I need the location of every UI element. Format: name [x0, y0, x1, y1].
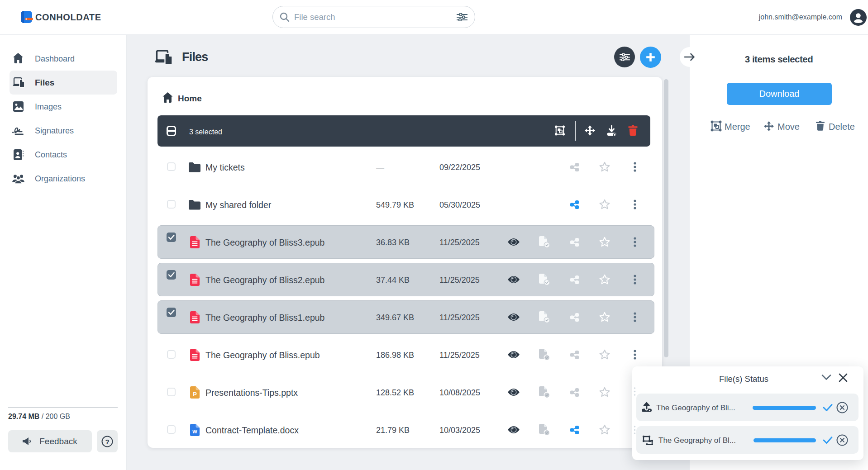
svg-text:W: W — [192, 429, 197, 434]
svg-text:?: ? — [105, 437, 109, 445]
svg-text:P: P — [193, 390, 197, 397]
